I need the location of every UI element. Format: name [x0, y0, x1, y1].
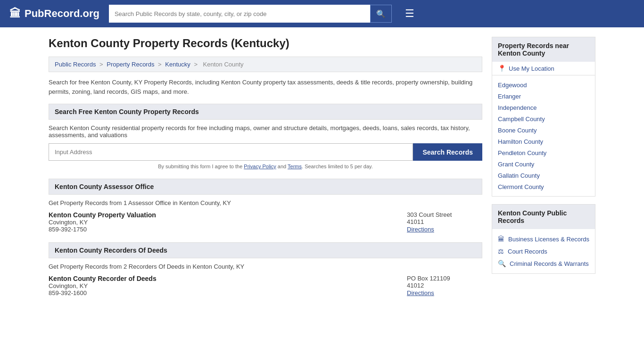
- property-search-form: Search Records: [49, 143, 482, 161]
- menu-icon: ☰: [405, 8, 414, 19]
- list-item: Pendleton County: [492, 147, 595, 158]
- form-note-suffix: . Searches limited to 5 per day.: [302, 164, 373, 169]
- recorder-directions-link[interactable]: Directions: [407, 289, 434, 296]
- breadcrumb-sep-1: >: [99, 61, 105, 68]
- assessor-office-name: Kenton County Property Valuation: [49, 211, 388, 219]
- nearby-link-clermont-county[interactable]: Clermont County: [498, 183, 544, 190]
- recorders-section-description: Get Property Records from 2 Recorders Of…: [49, 263, 482, 270]
- recorder-address: PO Box 121109: [407, 275, 482, 282]
- search-section-header: Search Free Kenton County Property Recor…: [49, 104, 482, 120]
- search-section: Search Free Kenton County Property Recor…: [49, 104, 482, 169]
- list-item: Grant County: [492, 158, 595, 170]
- list-item: Independence: [492, 102, 595, 113]
- nearby-links-list: Edgewood Erlanger Independence Campbell …: [492, 75, 595, 196]
- site-header: 🏛 PubRecord.org 🔍 ☰: [0, 0, 644, 27]
- breadcrumb-kenton-county: Kenton County: [203, 61, 244, 68]
- breadcrumb-kentucky[interactable]: Kentucky: [165, 61, 190, 68]
- breadcrumb-public-records[interactable]: Public Records: [55, 61, 96, 68]
- page-title: Kenton County Property Records (Kentucky…: [49, 37, 482, 50]
- form-note-and-text: and: [278, 164, 286, 169]
- public-records-title: Kenton County Public Records: [492, 205, 595, 229]
- site-logo[interactable]: 🏛 PubRecord.org: [9, 7, 99, 20]
- header-search-container: 🔍: [109, 5, 392, 23]
- search-section-description: Search Kenton County residential propert…: [49, 124, 482, 139]
- court-icon: ⚖: [498, 247, 504, 255]
- breadcrumb: Public Records > Property Records > Kent…: [49, 57, 482, 72]
- assessor-office-record: Kenton County Property Valuation Covingt…: [49, 211, 482, 233]
- header-search-button[interactable]: 🔍: [370, 5, 392, 23]
- recorder-city-state: Covington, KY: [49, 282, 388, 289]
- nearby-records-title: Property Records near Kenton County: [492, 37, 595, 62]
- main-container: Kenton County Property Records (Kentucky…: [39, 27, 605, 315]
- nearby-link-campbell-county[interactable]: Campbell County: [498, 115, 545, 123]
- page-description: Search for free Kenton County, KY Proper…: [49, 78, 482, 96]
- assessor-section-header: Kenton County Assessor Office: [49, 179, 482, 195]
- nearby-link-hamilton-county[interactable]: Hamilton County: [498, 138, 543, 145]
- breadcrumb-sep-3: >: [194, 61, 199, 68]
- assessor-section-description: Get Property Records from 1 Assessor Off…: [49, 199, 482, 206]
- breadcrumb-property-records[interactable]: Property Records: [107, 61, 154, 68]
- terms-link[interactable]: Terms: [288, 164, 302, 169]
- list-item: Hamilton County: [492, 136, 595, 147]
- list-item: Edgewood: [492, 79, 595, 90]
- criminal-icon: 🔍: [498, 260, 506, 267]
- recorders-section-header: Kenton County Recorders Of Deeds: [49, 242, 482, 258]
- assessor-address: 303 Court Street: [407, 211, 482, 218]
- list-item: Erlanger: [492, 90, 595, 102]
- form-note-prefix: By submitting this form I agree to the: [158, 164, 242, 169]
- assessor-directions-link[interactable]: Directions: [407, 226, 434, 233]
- recorders-section: Kenton County Recorders Of Deeds Get Pro…: [49, 242, 482, 296]
- search-records-button[interactable]: Search Records: [413, 143, 482, 161]
- recorder-phone: 859-392-1600: [49, 289, 388, 296]
- nearby-link-boone-county[interactable]: Boone County: [498, 127, 537, 134]
- hamburger-menu-button[interactable]: ☰: [405, 8, 414, 20]
- logo-text: PubRecord.org: [25, 8, 99, 20]
- public-records-business[interactable]: 🏛 Business Licenses & Records: [492, 233, 595, 245]
- court-records-label: Court Records: [508, 248, 547, 255]
- nearby-link-pendleton-county[interactable]: Pendleton County: [498, 149, 546, 156]
- business-icon: 🏛: [498, 235, 504, 243]
- nearby-link-grant-county[interactable]: Grant County: [498, 161, 534, 168]
- content-area: Kenton County Property Records (Kentucky…: [49, 37, 482, 306]
- header-search-input[interactable]: [109, 5, 370, 23]
- recorder-office-name: Kenton County Recorder of Deeds: [49, 275, 388, 282]
- public-records-court[interactable]: ⚖ Court Records: [492, 245, 595, 257]
- public-records-list: 🏛 Business Licenses & Records ⚖ Court Re…: [492, 229, 595, 273]
- sidebar: Property Records near Kenton County 📍 Us…: [492, 37, 595, 306]
- assessor-phone: 859-392-1750: [49, 226, 388, 233]
- list-item: Campbell County: [492, 113, 595, 124]
- assessor-zip: 41011: [407, 218, 482, 225]
- public-records-box: Kenton County Public Records 🏛 Business …: [492, 204, 595, 274]
- nearby-link-edgewood[interactable]: Edgewood: [498, 82, 527, 89]
- assessor-city-state: Covington, KY: [49, 219, 388, 226]
- nearby-records-box: Property Records near Kenton County 📍 Us…: [492, 37, 595, 197]
- recorder-zip: 41012: [407, 282, 482, 289]
- list-item: Clermont County: [492, 181, 595, 192]
- list-item: Boone County: [492, 124, 595, 136]
- nearby-link-gallatin-county[interactable]: Gallatin County: [498, 172, 540, 179]
- business-records-label: Business Licenses & Records: [508, 236, 589, 243]
- privacy-policy-link[interactable]: Privacy Policy: [244, 164, 276, 169]
- form-note: By submitting this form I agree to the P…: [49, 164, 482, 169]
- location-pin-icon: 📍: [498, 65, 506, 72]
- nearby-link-erlanger[interactable]: Erlanger: [498, 93, 521, 100]
- list-item: Gallatin County: [492, 170, 595, 181]
- breadcrumb-sep-2: >: [158, 61, 163, 68]
- building-icon: 🏛: [9, 7, 21, 20]
- use-location-label: Use My Location: [509, 65, 554, 72]
- use-location-item[interactable]: 📍 Use My Location: [492, 62, 595, 75]
- nearby-link-independence[interactable]: Independence: [498, 104, 537, 111]
- public-records-criminal[interactable]: 🔍 Criminal Records & Warrants: [492, 257, 595, 270]
- address-input[interactable]: [49, 143, 413, 161]
- assessor-section: Kenton County Assessor Office Get Proper…: [49, 179, 482, 233]
- criminal-records-label: Criminal Records & Warrants: [510, 260, 589, 267]
- search-icon: 🔍: [376, 10, 386, 18]
- recorder-office-record: Kenton County Recorder of Deeds Covingto…: [49, 275, 482, 296]
